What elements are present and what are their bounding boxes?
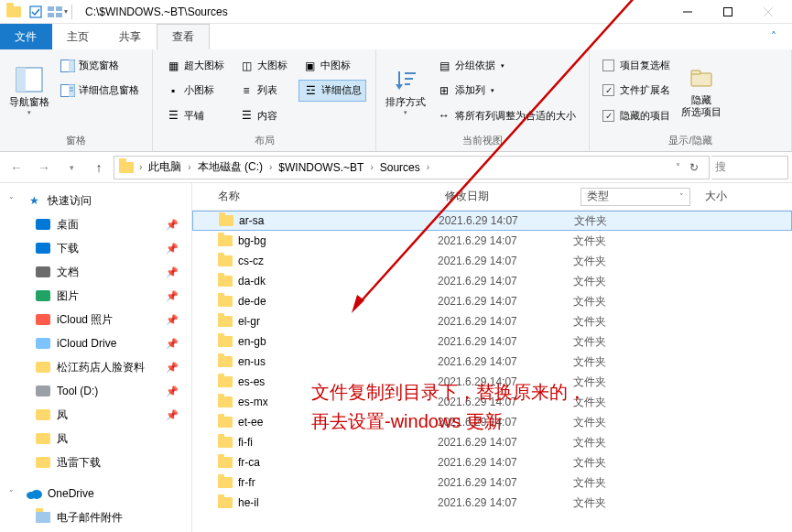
up-button[interactable]: ↑ — [86, 155, 112, 180]
checkbox-checked-icon: ✓ — [602, 110, 614, 122]
chevron-right-icon[interactable]: › — [185, 162, 193, 172]
file-row[interactable]: he-il2021.6.29 14:07文件夹 — [192, 493, 792, 513]
breadcrumb-segment[interactable]: 此电脑 — [145, 157, 185, 179]
nav-item-mailatt[interactable]: 电子邮件附件 — [0, 505, 191, 529]
large-icons-icon: ◫ — [239, 59, 254, 73]
small-icons-icon: ▪ — [166, 83, 180, 98]
column-header-date[interactable]: 修改日期 — [438, 189, 573, 204]
chevron-down-icon[interactable]: ˅ — [673, 162, 683, 172]
nav-item-icon — [35, 430, 51, 447]
sort-by-button[interactable]: 排序方式 ▾ — [382, 53, 429, 128]
layout-large-button[interactable]: ◫大图标 — [235, 55, 291, 77]
chevron-right-icon[interactable]: › — [136, 162, 145, 172]
nav-item[interactable]: iCloud 照片📌 — [0, 308, 191, 331]
chevron-right-icon[interactable]: › — [266, 162, 275, 172]
nav-item[interactable]: Tool (D:)📌 — [0, 379, 191, 403]
nav-item-icon — [35, 335, 51, 352]
chevron-down-icon: ˅ — [9, 196, 20, 205]
maximize-button[interactable] — [708, 0, 748, 24]
tab-share[interactable]: 共享 — [104, 24, 157, 49]
file-row[interactable]: es-mx2021.6.29 14:07文件夹 — [192, 392, 792, 412]
chevron-right-icon[interactable]: › — [367, 162, 375, 172]
file-row[interactable]: ar-sa2021.6.29 14:07文件夹 — [192, 211, 792, 231]
svg-rect-2 — [56, 6, 62, 11]
nav-item[interactable]: 图片📌 — [0, 284, 191, 308]
close-button[interactable] — [748, 0, 788, 24]
layout-content-button[interactable]: ☰内容 — [235, 104, 291, 126]
file-row[interactable]: el-gr2021.6.29 14:07文件夹 — [192, 311, 792, 331]
hidden-items-toggle[interactable]: ✓隐藏的项目 — [599, 105, 674, 125]
quick-access-header[interactable]: ˅ ★ 快速访问 — [0, 189, 191, 212]
chevron-right-icon[interactable]: › — [424, 162, 432, 172]
svg-marker-18 — [396, 84, 403, 90]
layout-medium-button[interactable]: ▣中图标 — [298, 55, 366, 77]
svg-rect-0 — [30, 6, 41, 17]
file-row[interactable]: fr-ca2021.6.29 14:07文件夹 — [192, 452, 792, 472]
nav-item[interactable]: 下载📌 — [0, 236, 191, 260]
ribbon-expand-icon[interactable]: ˄ — [755, 24, 792, 49]
refresh-button[interactable]: ↻ — [683, 161, 705, 174]
nav-item[interactable]: 文档📌 — [0, 260, 191, 284]
navigation-pane-button[interactable]: 导航窗格 ▾ — [5, 53, 53, 128]
item-checkboxes-toggle[interactable]: 项目复选框 — [599, 56, 674, 76]
pin-icon: 📌 — [166, 266, 179, 278]
file-list[interactable]: ar-sa2021.6.29 14:07文件夹bg-bg2021.6.29 14… — [192, 211, 792, 532]
file-row[interactable]: fi-fi2021.6.29 14:07文件夹 — [192, 432, 792, 452]
details-pane-button[interactable]: 详细信息窗格 — [57, 80, 143, 102]
column-header-type[interactable]: 类型˅ — [573, 188, 698, 206]
breadcrumb-segment[interactable]: $WINDOWS.~BT — [275, 157, 367, 179]
onedrive-header[interactable]: ˅ OneDrive — [0, 482, 191, 505]
svg-point-25 — [31, 490, 42, 499]
folder-icon — [35, 509, 51, 526]
file-row[interactable]: fr-fr2021.6.29 14:07文件夹 — [192, 472, 792, 493]
layout-tiles-button[interactable]: ☰平铺 — [162, 104, 228, 126]
file-row[interactable]: de-de2021.6.29 14:07文件夹 — [192, 291, 792, 311]
fitcol-icon: ↔ — [437, 108, 451, 123]
breadcrumb-segment[interactable]: 本地磁盘 (C:) — [194, 157, 266, 179]
navigation-tree[interactable]: ˅ ★ 快速访问 桌面📌下载📌文档📌图片📌iCloud 照片📌iCloud Dr… — [0, 183, 192, 532]
layout-list-button[interactable]: ≡列表 — [235, 80, 291, 102]
file-row[interactable]: cs-cz2021.6.29 14:07文件夹 — [192, 251, 792, 271]
layout-small-button[interactable]: ▪小图标 — [162, 80, 228, 102]
nav-item[interactable]: 迅雷下载 — [0, 451, 191, 474]
title-path: C:\$WINDOWS.~BT\Sources — [76, 5, 667, 18]
file-row[interactable]: en-us2021.6.29 14:07文件夹 — [192, 352, 792, 372]
recent-dropdown[interactable]: ▾ — [59, 155, 84, 180]
hide-selected-button[interactable]: 隐藏 所选项目 — [678, 53, 725, 128]
group-by-button[interactable]: ▤分组依据▾ — [433, 55, 580, 77]
layout-details-button[interactable]: ☲详细信息 — [298, 80, 366, 102]
qat-view-icon[interactable]: ▾ — [48, 2, 68, 22]
nav-item[interactable]: 凤 — [0, 427, 191, 451]
file-row[interactable]: da-dk2021.6.29 14:07文件夹 — [192, 271, 792, 291]
file-row[interactable]: es-es2021.6.29 14:07文件夹 — [192, 372, 792, 392]
file-row[interactable]: en-gb2021.6.29 14:07文件夹 — [192, 331, 792, 352]
nav-item[interactable]: 松江药店人脸资料📌 — [0, 355, 191, 379]
forward-button[interactable]: → — [31, 155, 57, 180]
search-input[interactable]: 搜 — [711, 156, 788, 179]
file-row[interactable]: et-ee2021.6.29 14:07文件夹 — [192, 412, 792, 432]
breadcrumb-segment[interactable]: Sources — [376, 157, 424, 179]
nav-item-icon — [35, 454, 51, 471]
breadcrumb[interactable]: › 此电脑›本地磁盘 (C:)›$WINDOWS.~BT›Sources› ˅ … — [114, 156, 710, 179]
nav-item-icon — [35, 407, 51, 423]
fit-columns-button[interactable]: ↔将所有列调整为合适的大小 — [433, 104, 580, 126]
layout-xlarge-button[interactable]: ▦超大图标 — [162, 55, 228, 77]
addcol-icon: ⊞ — [437, 83, 451, 98]
nav-item[interactable]: 凤📌 — [0, 403, 191, 427]
nav-item[interactable]: iCloud Drive📌 — [0, 331, 191, 355]
pin-icon: 📌 — [166, 243, 179, 255]
add-columns-button[interactable]: ⊞添加列▾ — [433, 80, 580, 102]
column-header-name[interactable]: 名称 — [192, 189, 438, 204]
folder-icon[interactable] — [4, 2, 24, 22]
preview-pane-button[interactable]: 预览窗格 — [57, 55, 143, 77]
tab-view[interactable]: 查看 — [157, 24, 210, 49]
minimize-button[interactable] — [667, 0, 708, 24]
tab-file[interactable]: 文件 — [0, 24, 52, 49]
file-extensions-toggle[interactable]: ✓文件扩展名 — [599, 81, 674, 101]
tab-home[interactable]: 主页 — [52, 24, 104, 49]
qat-properties-icon[interactable] — [26, 2, 46, 22]
nav-item[interactable]: 桌面📌 — [0, 212, 191, 236]
back-button[interactable]: ← — [4, 155, 29, 180]
column-header-size[interactable]: 大小 — [698, 189, 792, 204]
file-row[interactable]: bg-bg2021.6.29 14:07文件夹 — [192, 231, 792, 251]
